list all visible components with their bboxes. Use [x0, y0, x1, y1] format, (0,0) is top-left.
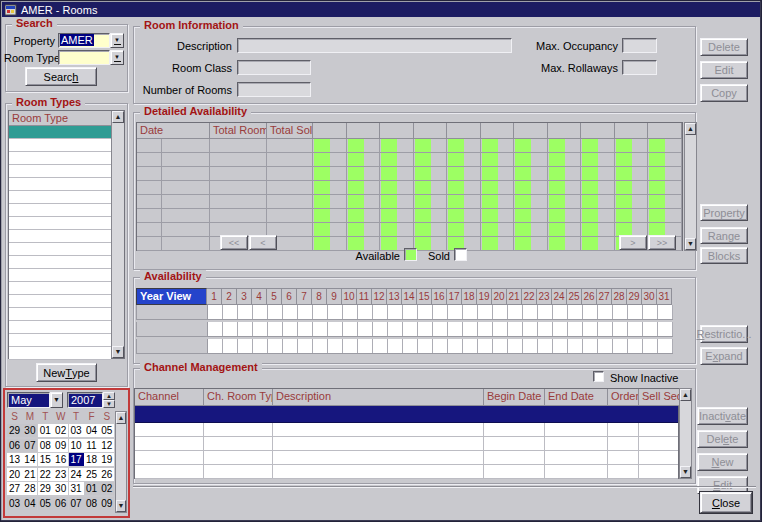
calendar-day[interactable]: 20: [7, 468, 22, 481]
calendar-day[interactable]: 07: [22, 439, 37, 452]
year-view-cell-day[interactable]: [628, 305, 643, 319]
availability-day-cell[interactable]: [447, 181, 481, 194]
year-view-cell-day[interactable]: [313, 305, 328, 319]
new-channel-button[interactable]: New: [697, 453, 748, 471]
availability-day-cell[interactable]: [481, 209, 515, 222]
room-types-scrollbar-down-icon[interactable]: ▼: [112, 346, 124, 358]
year-view-cell-day[interactable]: [658, 305, 673, 319]
year-view-cell-day[interactable]: [343, 322, 358, 336]
property-button[interactable]: Property: [700, 204, 748, 221]
year-view-cell-day[interactable]: [433, 305, 448, 319]
availability-day-cell[interactable]: [648, 181, 682, 194]
property-input[interactable]: AMER: [58, 33, 110, 48]
room-type-row[interactable]: [9, 308, 111, 321]
calendar-month-select[interactable]: May: [7, 392, 50, 408]
room-type-row[interactable]: [9, 152, 111, 165]
year-view-cell-day[interactable]: [628, 339, 643, 353]
year-view-cell-day[interactable]: [298, 305, 313, 319]
year-view-cell-day[interactable]: [223, 339, 238, 353]
range-button[interactable]: Range: [700, 227, 748, 244]
year-view-cell-day[interactable]: [523, 339, 538, 353]
year-view-cell-day[interactable]: [328, 322, 343, 336]
year-view-cell-day[interactable]: [433, 322, 448, 336]
room-type-row[interactable]: [9, 204, 111, 217]
year-view-cell-day[interactable]: [598, 339, 613, 353]
calendar-day[interactable]: 07: [69, 497, 84, 510]
room-type-row[interactable]: [9, 243, 111, 256]
availability-day-cell[interactable]: [615, 209, 649, 222]
channel-row[interactable]: [135, 465, 678, 479]
availability-day-cell[interactable]: [447, 223, 481, 236]
calendar-day[interactable]: 19: [99, 453, 114, 466]
room-type-row[interactable]: [9, 334, 111, 347]
description-field[interactable]: [237, 38, 512, 53]
year-view-cell-day[interactable]: [253, 305, 268, 319]
year-view-cell-day[interactable]: [463, 305, 478, 319]
availability-day-cell[interactable]: [481, 195, 515, 208]
calendar-day[interactable]: 30: [53, 482, 68, 495]
availability-day-cell[interactable]: [447, 139, 481, 152]
availability-day-cell[interactable]: [347, 209, 381, 222]
availability-day-cell[interactable]: [548, 237, 582, 250]
availability-day-cell[interactable]: [615, 181, 649, 194]
availability-day-cell[interactable]: [347, 167, 381, 180]
property-lov-button[interactable]: ▼: [110, 33, 124, 48]
calendar-day[interactable]: 11: [84, 439, 99, 452]
availability-day-cell[interactable]: [380, 181, 414, 194]
calendar-day[interactable]: 09: [99, 497, 114, 510]
year-view-cell-day[interactable]: [643, 339, 658, 353]
availability-day-cell[interactable]: [648, 209, 682, 222]
room-type-row[interactable]: [9, 139, 111, 152]
year-view-cell-day[interactable]: [343, 339, 358, 353]
room-type-row[interactable]: [9, 256, 111, 269]
year-view-cell-day[interactable]: [253, 322, 268, 336]
calendar-day[interactable]: 03: [69, 424, 84, 437]
year-view-cell-day[interactable]: [643, 322, 658, 336]
room-type-row[interactable]: [9, 217, 111, 230]
year-view-cell-day[interactable]: [253, 339, 268, 353]
availability-day-cell[interactable]: [481, 223, 515, 236]
availability-day-cell[interactable]: [581, 209, 615, 222]
year-view-cell-day[interactable]: [433, 339, 448, 353]
channel-scrollbar-up-icon[interactable]: ▲: [680, 389, 691, 401]
year-view-cell-day[interactable]: [463, 339, 478, 353]
calendar-day[interactable]: 31: [69, 482, 84, 495]
year-view-cell-day[interactable]: [403, 305, 418, 319]
year-view-cell-day[interactable]: [538, 322, 553, 336]
year-view-cell-day[interactable]: [238, 339, 253, 353]
calendar-day[interactable]: 05: [38, 497, 53, 510]
inactivate-button[interactable]: Inactivate: [697, 407, 748, 425]
calendar-day[interactable]: 29: [38, 482, 53, 495]
calendar-scrollbar-down-icon[interactable]: ▼: [116, 500, 126, 512]
channel-scrollbar-down-icon[interactable]: ▼: [680, 466, 691, 478]
availability-day-cell[interactable]: [481, 237, 515, 250]
availability-day-cell[interactable]: [313, 139, 347, 152]
calendar-day[interactable]: 13: [7, 453, 22, 466]
year-view-cell-day[interactable]: [223, 305, 238, 319]
year-view-cell-day[interactable]: [538, 339, 553, 353]
year-view-cell-day[interactable]: [208, 322, 223, 336]
year-view-cell-day[interactable]: [508, 305, 523, 319]
availability-day-cell[interactable]: [514, 195, 548, 208]
calendar-day[interactable]: 16: [53, 453, 68, 466]
room-type-row[interactable]: [9, 295, 111, 308]
availability-day-cell[interactable]: [648, 153, 682, 166]
year-view-cell-day[interactable]: [643, 305, 658, 319]
calendar-day[interactable]: 01: [84, 482, 99, 495]
room-type-row[interactable]: [9, 126, 111, 139]
availability-day-cell[interactable]: [380, 223, 414, 236]
year-view-cell-day[interactable]: [388, 305, 403, 319]
channel-row[interactable]: [135, 406, 678, 423]
room-type-row[interactable]: [9, 347, 111, 360]
availability-day-cell[interactable]: [514, 153, 548, 166]
channel-row[interactable]: [135, 451, 678, 465]
close-button[interactable]: Close: [700, 492, 752, 513]
detailed-scrollbar-track[interactable]: [685, 135, 696, 238]
calendar-scrollbar[interactable]: ▲▼: [115, 411, 127, 513]
year-view-cell-day[interactable]: [208, 305, 223, 319]
availability-day-cell[interactable]: [548, 209, 582, 222]
year-view-cell-day[interactable]: [553, 305, 568, 319]
year-view-cell-day[interactable]: [523, 322, 538, 336]
spinner-down-icon[interactable]: ▼: [103, 400, 115, 408]
availability-day-cell[interactable]: [548, 139, 582, 152]
